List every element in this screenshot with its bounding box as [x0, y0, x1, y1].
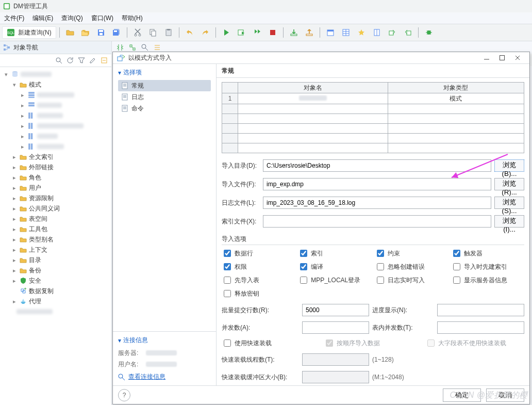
chk-index[interactable]: 索引	[298, 248, 371, 258]
select-item-cmd[interactable]: 命令	[118, 103, 211, 114]
chk-order-import: 按顺序导入数据	[324, 338, 423, 348]
batch-commit-input[interactable]	[302, 304, 369, 316]
object-tree[interactable]: ▾ ▾模式 ▸ ▸ ▸ ▸ ▸ ▸ ▸全文索引 ▸外部链接 ▸角色 ▸用户 ▸资…	[0, 67, 111, 405]
copy-icon[interactable]	[146, 27, 160, 38]
rollback-icon[interactable]	[302, 27, 317, 38]
favorite-icon[interactable]	[354, 27, 369, 38]
run-script-icon[interactable]	[235, 27, 249, 38]
select-item-header: ▾选择项	[118, 68, 211, 77]
refresh-icon[interactable]	[65, 55, 75, 66]
maximize-button[interactable]	[494, 52, 510, 63]
redo-icon[interactable]	[198, 27, 212, 38]
fast-thread-input[interactable]	[302, 353, 369, 366]
menu-help[interactable]: 帮助(H)	[122, 14, 143, 23]
menu-query[interactable]: 查询(Q)	[61, 14, 82, 23]
svg-rect-30	[28, 92, 35, 94]
close-button[interactable]	[510, 52, 525, 63]
maximize-icon[interactable]	[127, 42, 138, 53]
concurrency-input[interactable]	[302, 321, 369, 334]
svg-rect-48	[118, 57, 122, 61]
zoom-icon[interactable]	[140, 42, 150, 53]
chk-mpp-local[interactable]: MPP_LOCAL登录	[298, 275, 371, 285]
book-icon[interactable]	[370, 27, 384, 38]
menu-icon[interactable]	[152, 42, 162, 53]
svg-rect-26	[8, 46, 10, 48]
collapse-icon[interactable]	[99, 55, 109, 66]
browse-file-button[interactable]: 浏览(R)...	[494, 178, 524, 190]
view-conn-link[interactable]: 查看连接信息	[118, 372, 211, 381]
tree-item: ▸用户	[0, 183, 111, 193]
save-icon[interactable]	[94, 27, 108, 38]
app-icon	[3, 3, 10, 10]
chk-privilege[interactable]: 权限	[222, 262, 295, 272]
svg-rect-15	[291, 34, 297, 36]
browse-index-button[interactable]: 浏览(I)...	[494, 215, 524, 228]
find-icon[interactable]	[54, 55, 64, 66]
chk-compile[interactable]: 编译	[298, 262, 371, 272]
paste-icon[interactable]	[161, 27, 176, 38]
svg-rect-22	[407, 31, 411, 35]
minimize-button[interactable]	[479, 52, 494, 63]
import-file-input[interactable]	[263, 178, 491, 190]
progress-input[interactable]	[437, 304, 524, 316]
col-object-type: 对象类型	[388, 83, 524, 93]
conn-user: 用户名:	[118, 359, 211, 369]
export-icon[interactable]	[385, 27, 400, 38]
select-item-log[interactable]: 日志	[118, 91, 211, 103]
chk-use-fast-load[interactable]: 使用快速装载	[222, 338, 321, 348]
chk-data-rows[interactable]: 数据行	[222, 248, 295, 258]
concurrency-row: 并发数(A): 表内并发数(T):	[222, 321, 524, 334]
cut-icon[interactable]	[130, 27, 145, 38]
menu-window[interactable]: 窗口(W)	[91, 14, 113, 23]
index-file-input[interactable]	[263, 215, 491, 228]
chk-ignore-create-err[interactable]: 忽略创建错误	[375, 262, 448, 272]
chk-release-key[interactable]: 释放密钥	[222, 288, 295, 299]
stop-icon[interactable]	[265, 27, 280, 38]
step-run-icon[interactable]	[250, 27, 264, 38]
svg-rect-35	[28, 112, 30, 119]
intable-concurrency-input[interactable]	[437, 321, 524, 334]
chk-show-server-info[interactable]: 显示服务器信息	[451, 275, 524, 285]
svg-point-8	[139, 34, 141, 36]
filter-icon[interactable]	[76, 55, 87, 66]
fast-buf-input[interactable]	[302, 371, 369, 383]
browse-log-button[interactable]: 浏览(S)...	[494, 197, 524, 209]
table-view-icon[interactable]	[339, 27, 353, 38]
log-file-input[interactable]	[263, 197, 491, 209]
open-icon[interactable]	[63, 27, 77, 38]
new-query-button[interactable]: SQL 新建查询(N)	[2, 26, 56, 39]
svg-rect-49	[500, 56, 505, 60]
import-dir-input[interactable]	[263, 159, 491, 172]
menu-file[interactable]: 文件(F)	[4, 14, 24, 23]
commit-icon[interactable]	[287, 27, 301, 38]
batch-commit-row: 批量提交行数(R): 进度显示(N):	[222, 304, 524, 316]
import-icon[interactable]	[401, 27, 415, 38]
svg-rect-14	[270, 30, 275, 35]
calendar-icon[interactable]	[323, 27, 338, 38]
run-icon[interactable]	[219, 27, 234, 38]
chk-import-table-first[interactable]: 先导入表	[222, 275, 295, 285]
chk-build-index-first[interactable]: 导入时先建索引	[451, 262, 524, 272]
nav-tab[interactable]: 对象导航	[0, 41, 111, 54]
chk-constraint[interactable]: 约束	[375, 248, 448, 258]
split-icon[interactable]	[115, 42, 125, 53]
select-item-general[interactable]: 常规	[118, 80, 211, 91]
menu-edit[interactable]: 编辑(E)	[32, 14, 53, 23]
tree-schema: ▾模式	[0, 79, 111, 90]
browse-dir-button[interactable]: 浏览(B)...	[494, 159, 524, 172]
tree-item: ▸外部链接	[0, 162, 111, 172]
import-options-header: 导入选项	[222, 232, 524, 245]
save-all-icon[interactable]	[109, 27, 124, 38]
chk-trigger[interactable]: 触发器	[451, 248, 524, 258]
svg-rect-1	[5, 4, 9, 9]
debug-icon[interactable]	[422, 27, 436, 38]
chk-log-realtime[interactable]: 日志实时写入	[375, 275, 448, 285]
page-icon	[121, 93, 128, 101]
edit-icon[interactable]	[88, 55, 98, 66]
help-button[interactable]: ?	[118, 389, 130, 401]
svg-rect-40	[31, 133, 33, 139]
svg-rect-33	[28, 102, 35, 104]
open-multi-icon[interactable]	[78, 27, 93, 38]
undo-icon[interactable]	[182, 27, 197, 38]
main-toolbar: SQL 新建查询(N)	[0, 24, 532, 41]
